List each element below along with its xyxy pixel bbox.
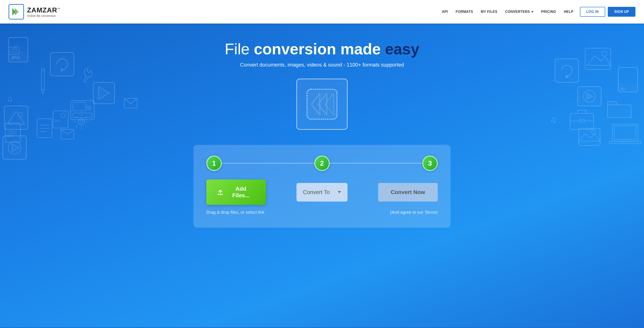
svg-point-7 [15,48,17,50]
nav-api[interactable]: API [442,10,448,14]
doodle-mail-icon [123,97,138,109]
svg-rect-58 [612,124,638,141]
svg-marker-1 [15,8,18,15]
svg-rect-8 [41,68,44,90]
doodle-game-icon [68,98,96,122]
doodle-ai-icon: Ai [617,66,641,94]
logo-text: ZAMZAR™ Online file conversion [27,6,60,17]
svg-text:♫: ♫ [550,115,556,125]
doodle-jpg-icon: JPG [6,36,34,71]
conversion-form: 1 2 3 Add Files... Convert To [194,145,450,228]
logo-icon [8,4,24,19]
drag-drop-hint: Drag & drop files, or select link [206,210,264,215]
steps-row: 1 2 3 [206,156,438,171]
signup-button[interactable]: SIGN UP [608,7,636,17]
doodle-wrench-icon [82,66,94,83]
upload-icon [217,189,224,195]
navbar: ZAMZAR™ Online file conversion API FORMA… [0,0,644,23]
hero-subtitle: Convert documents, images, videos & soun… [240,62,404,68]
brand-name: ZAMZAR™ [27,6,60,14]
convert-now-button[interactable]: Convert Now [378,183,438,201]
doodle-photos-icon [576,126,602,148]
svg-marker-9 [41,90,44,94]
nav-buttons: LOG IN SIGN UP [580,7,636,17]
nav-pricing[interactable]: PRICING [541,10,556,14]
doodle-image-right-icon [584,47,612,71]
svg-rect-20 [5,123,20,142]
nav-my-files[interactable]: MY FILES [481,10,498,14]
hero-title: File conversion made easy [225,41,419,58]
convert-to-chevron-icon [338,191,341,193]
nav-links: API FORMATS MY FILES CONVERTERS PRICING … [442,10,574,14]
hero-section: JPG ♫ MOV [0,23,644,327]
controls-row: Add Files... Convert To Convert Now [206,179,438,205]
svg-rect-29 [71,101,94,120]
add-files-button[interactable]: Add Files... [206,179,266,205]
svg-point-37 [61,113,65,118]
doodle-laptop-icon [608,122,642,146]
doodle-pencil-icon [38,66,48,96]
converters-chevron-icon [531,11,534,13]
doodle-video-icon [576,86,602,107]
step-line-2 [330,163,422,164]
doodle-doc-icon [35,118,55,139]
doodle-cycle-icon [554,58,580,83]
svg-text:♫: ♫ [6,94,13,103]
login-button[interactable]: LOG IN [580,7,605,17]
svg-rect-61 [620,141,630,144]
doodle-folder-icon [606,98,633,120]
logo-area: ZAMZAR™ Online file conversion [8,4,60,19]
step-2-circle: 2 [314,156,330,171]
brand-subtitle: Online file conversion [27,14,60,17]
svg-text:JPG: JPG [11,55,20,61]
hero-logo [296,79,348,130]
hints-row: Drag & drop files, or select link (And a… [206,205,438,215]
doodle-refresh-icon [49,51,75,77]
svg-rect-49 [555,59,579,82]
svg-rect-11 [50,52,74,76]
doodle-envelope-icon [60,128,75,140]
svg-text:Ai: Ai [620,86,625,91]
nav-converters[interactable]: CONVERTERS [505,10,534,14]
convert-to-select[interactable]: Convert To [296,183,348,201]
nav-help[interactable]: HELP [564,10,574,14]
step-3-circle: 3 [422,156,438,171]
nav-formats[interactable]: FORMATS [456,10,473,14]
doodle-file-icon: MOV [4,122,24,146]
step-1-circle: 1 [206,156,222,171]
doodle-music-right-icon: ♫ [549,112,566,125]
svg-text:JPS: JPS [54,119,60,123]
doodle-music-icon: ♫ [5,92,22,105]
step-line-1 [222,163,314,164]
agree-hint: (And agree to our Terms) [390,210,438,215]
svg-text:MOV: MOV [7,134,14,138]
